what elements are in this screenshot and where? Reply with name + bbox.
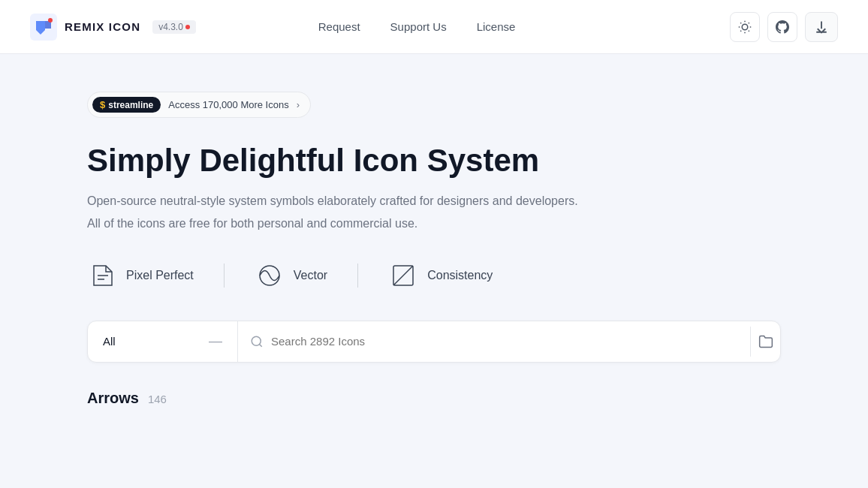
feature-pixel-perfect: Pixel Perfect xyxy=(87,261,224,291)
vector-icon xyxy=(255,261,285,291)
version-text: v4.3.0 xyxy=(158,22,183,32)
main-content: $ streamline Access 170,000 More Icons ›… xyxy=(0,54,868,437)
version-dot xyxy=(185,25,190,29)
streamline-banner[interactable]: $ streamline Access 170,000 More Icons › xyxy=(87,92,311,118)
feature-divider-2 xyxy=(357,264,358,288)
nav-request[interactable]: Request xyxy=(318,20,360,33)
logo-icon xyxy=(30,14,57,41)
section-title: Arrows xyxy=(87,390,139,407)
nav-license[interactable]: License xyxy=(477,20,516,33)
pixel-perfect-label: Pixel Perfect xyxy=(126,269,194,282)
svg-line-15 xyxy=(393,266,413,285)
svg-point-2 xyxy=(742,24,748,30)
streamline-badge-text: streamline xyxy=(108,100,153,110)
section-header: Arrows 146 xyxy=(87,390,781,407)
svg-line-17 xyxy=(259,344,261,346)
svg-point-1 xyxy=(48,18,53,23)
search-container: All — xyxy=(87,321,781,363)
hero-desc-1: Open-source neutral-style system symbols… xyxy=(87,191,781,211)
search-input[interactable] xyxy=(271,335,738,348)
logo: REMIX ICON v4.3.0 xyxy=(30,14,196,41)
version-badge: v4.3.0 xyxy=(152,20,196,34)
dollar-sign: $ xyxy=(100,99,105,110)
category-label: All xyxy=(103,335,116,348)
consistency-icon xyxy=(388,261,418,291)
header: REMIX ICON v4.3.0 Request Support Us Lic… xyxy=(0,0,868,54)
section-count: 146 xyxy=(148,393,167,405)
vector-label: Vector xyxy=(294,269,327,282)
hero-title: Simply Delightful Icon System xyxy=(87,142,781,179)
streamline-badge: $ streamline xyxy=(92,97,161,113)
feature-consistency: Consistency xyxy=(388,261,523,291)
logo-text: REMIX ICON xyxy=(65,20,140,33)
hero-desc-2: All of the icons are free for both perso… xyxy=(87,214,781,233)
search-section xyxy=(238,335,750,348)
folder-icon xyxy=(758,334,773,349)
features-row: Pixel Perfect Vector Consistency xyxy=(87,261,781,291)
banner-arrow: › xyxy=(297,99,300,110)
svg-line-10 xyxy=(749,23,749,23)
header-actions xyxy=(730,12,838,42)
pixel-perfect-icon xyxy=(87,261,117,291)
github-button[interactable] xyxy=(767,12,797,42)
download-button[interactable] xyxy=(805,12,838,42)
consistency-label: Consistency xyxy=(427,269,493,282)
theme-toggle-button[interactable] xyxy=(730,12,760,42)
feature-divider-1 xyxy=(224,264,225,288)
sun-icon xyxy=(738,20,752,34)
banner-text: Access 170,000 More Icons xyxy=(168,99,288,110)
feature-vector: Vector xyxy=(255,261,357,291)
svg-point-16 xyxy=(252,336,261,345)
category-section[interactable]: All — xyxy=(88,321,238,362)
download-icon xyxy=(815,20,828,34)
svg-line-6 xyxy=(749,30,749,31)
github-icon xyxy=(776,20,789,34)
category-dash: — xyxy=(209,333,222,349)
nav-support-us[interactable]: Support Us xyxy=(390,20,447,33)
main-nav: Request Support Us License xyxy=(318,20,516,33)
svg-line-9 xyxy=(740,30,741,31)
folder-button[interactable] xyxy=(750,327,780,357)
search-icon xyxy=(250,335,264,348)
svg-line-5 xyxy=(740,23,741,23)
